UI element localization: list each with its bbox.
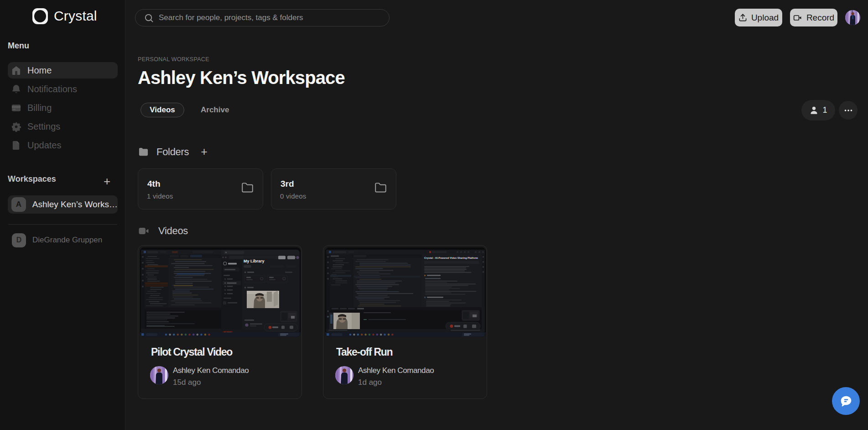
svg-text:Crystal - AI-Powered Video Sha: Crystal - AI-Powered Video Sharing Platf… [424,257,478,259]
svg-text:My Library: My Library [244,259,265,263]
